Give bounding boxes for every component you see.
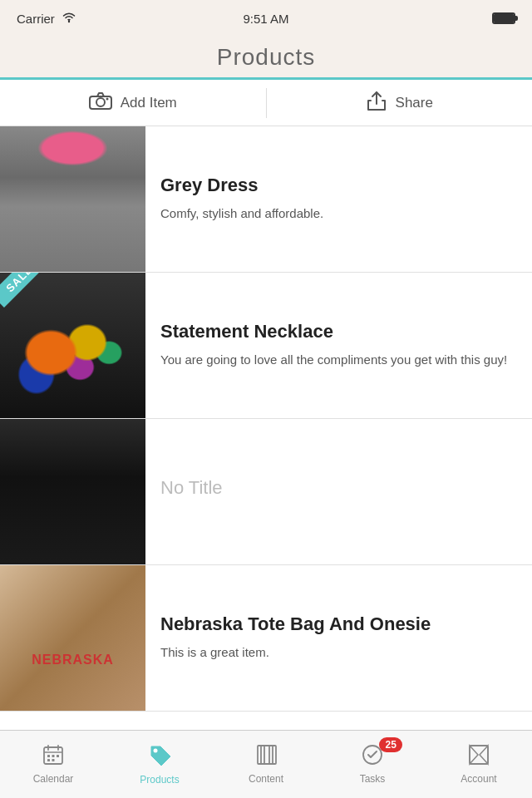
product-description: This is a great item. <box>160 643 517 663</box>
product-image <box>0 419 145 564</box>
list-item[interactable]: SALE Statement Necklace You are going to… <box>0 273 532 419</box>
svg-point-0 <box>68 20 70 22</box>
toolbar: Add Item Share <box>0 80 532 126</box>
account-icon <box>468 744 490 769</box>
page-header: Products <box>0 37 532 80</box>
product-image <box>0 126 145 272</box>
svg-rect-10 <box>57 755 59 757</box>
svg-rect-9 <box>52 755 55 757</box>
svg-rect-12 <box>52 759 55 761</box>
list-item[interactable]: Grey Dress Comfy, stylish and affordable… <box>0 126 532 273</box>
tab-bar: Calendar Products Content 25 <box>0 730 532 798</box>
share-label: Share <box>396 95 433 111</box>
tab-calendar-label: Calendar <box>33 773 74 785</box>
product-list: Grey Dress Comfy, stylish and affordable… <box>0 126 532 730</box>
status-battery <box>492 12 515 24</box>
content-icon <box>255 744 277 769</box>
product-image <box>0 565 145 711</box>
add-item-button[interactable]: Add Item <box>0 80 266 126</box>
product-title: Statement Necklace <box>160 321 517 342</box>
tab-products-label: Products <box>140 774 179 786</box>
svg-rect-8 <box>47 755 50 757</box>
list-item[interactable]: No Title <box>0 419 532 565</box>
sale-badge: SALE <box>0 273 48 308</box>
svg-marker-20 <box>480 746 488 764</box>
tab-content[interactable]: Content <box>213 731 319 798</box>
tag-icon <box>148 743 171 770</box>
svg-point-3 <box>106 97 108 100</box>
tab-content-label: Content <box>249 773 283 785</box>
tab-account[interactable]: Account <box>426 731 532 798</box>
product-description: Comfy, stylish and affordable. <box>160 204 517 224</box>
tab-products[interactable]: Products <box>106 731 213 798</box>
product-title-empty: No Title <box>160 477 517 499</box>
product-info: Grey Dress Comfy, stylish and affordable… <box>145 126 532 272</box>
product-description: You are going to love all the compliment… <box>160 351 517 370</box>
calendar-icon <box>42 744 64 769</box>
status-time: 9:51 AM <box>243 12 288 26</box>
product-title: Nebraska Tote Bag And Onesie <box>160 613 517 635</box>
tab-tasks[interactable]: 25 Tasks <box>319 731 426 798</box>
tab-tasks-label: Tasks <box>360 773 386 785</box>
tab-calendar[interactable]: Calendar <box>0 731 106 798</box>
product-info: Nebraska Tote Bag And Onesie This is a g… <box>145 565 532 711</box>
wifi-icon <box>62 12 76 26</box>
svg-rect-15 <box>261 746 273 764</box>
svg-rect-14 <box>258 746 269 764</box>
product-image: SALE <box>0 273 145 418</box>
tab-account-label: Account <box>461 773 496 785</box>
svg-point-2 <box>96 98 105 106</box>
tasks-badge: 25 <box>379 737 401 752</box>
battery-icon <box>492 12 515 24</box>
product-title: Grey Dress <box>160 175 517 196</box>
share-icon <box>366 90 387 116</box>
svg-rect-16 <box>264 746 276 764</box>
product-info: No Title <box>145 419 532 564</box>
status-bar: Carrier 9:51 AM <box>0 0 532 37</box>
page-title: Products <box>217 44 316 71</box>
product-info: Statement Necklace You are going to love… <box>145 273 532 418</box>
share-button[interactable]: Share <box>267 80 533 126</box>
status-carrier: Carrier <box>17 12 76 26</box>
svg-marker-19 <box>470 746 478 764</box>
svg-rect-11 <box>47 759 50 761</box>
svg-point-13 <box>154 749 158 753</box>
camera-icon <box>89 91 112 115</box>
carrier-label: Carrier <box>17 12 55 26</box>
add-item-label: Add Item <box>121 95 177 111</box>
list-item[interactable]: Nebraska Tote Bag And Onesie This is a g… <box>0 565 532 712</box>
